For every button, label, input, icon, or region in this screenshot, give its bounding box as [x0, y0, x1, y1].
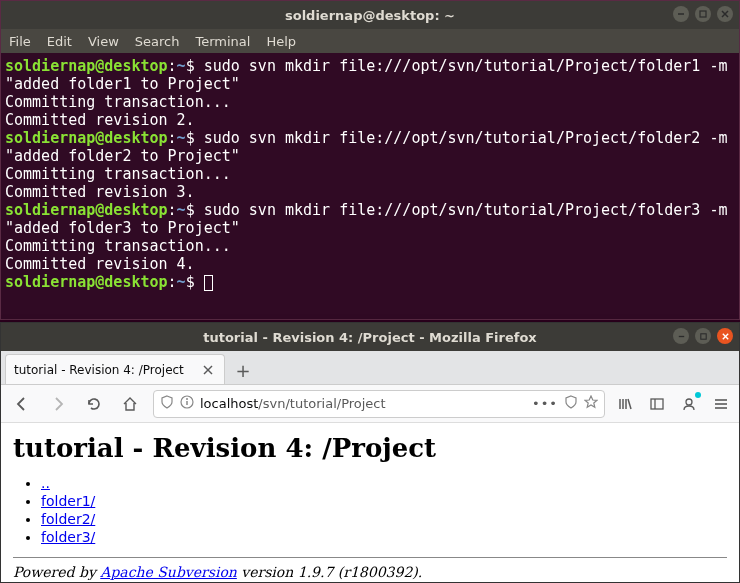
- menu-edit[interactable]: Edit: [47, 34, 72, 49]
- terminal-output-line: Committed revision 2.: [5, 111, 735, 129]
- directory-link[interactable]: folder2/: [41, 511, 95, 527]
- maximize-button[interactable]: [695, 6, 711, 22]
- navigation-toolbar: localhost/svn/tutorial/Project •••: [1, 385, 739, 423]
- firefox-window-controls: [673, 328, 733, 344]
- browser-tab[interactable]: tutorial - Revision 4: /Project: [5, 354, 225, 384]
- close-button[interactable]: [717, 328, 733, 344]
- shield-icon[interactable]: [160, 395, 174, 412]
- terminal-menubar: File Edit View Search Terminal Help: [1, 29, 739, 53]
- menu-file[interactable]: File: [9, 34, 31, 49]
- terminal-output-line: Committed revision 4.: [5, 255, 735, 273]
- terminal-command-line: soldiernap@desktop:~$ sudo svn mkdir fil…: [5, 129, 735, 165]
- cursor-icon: [204, 275, 213, 291]
- minimize-button[interactable]: [673, 328, 689, 344]
- url-bar[interactable]: localhost/svn/tutorial/Project •••: [153, 390, 605, 418]
- terminal-output-line: Committing transaction...: [5, 237, 735, 255]
- footer-link[interactable]: Apache Subversion: [100, 564, 237, 580]
- svg-rect-1: [700, 11, 706, 17]
- terminal-command-line: soldiernap@desktop:~$ sudo svn mkdir fil…: [5, 201, 735, 237]
- terminal-title: soldiernap@desktop: ~: [285, 8, 455, 23]
- terminal-window-controls: [673, 6, 733, 22]
- maximize-button[interactable]: [695, 328, 711, 344]
- sidebar-icon[interactable]: [647, 394, 667, 414]
- firefox-title: tutorial - Revision 4: /Project - Mozill…: [203, 330, 537, 345]
- directory-link[interactable]: folder3/: [41, 529, 95, 545]
- ellipsis-icon[interactable]: •••: [532, 396, 558, 411]
- library-icon[interactable]: [615, 394, 635, 414]
- tab-bar: tutorial - Revision 4: /Project +: [1, 351, 739, 385]
- new-tab-button[interactable]: +: [229, 356, 257, 384]
- directory-link[interactable]: ..: [41, 475, 50, 491]
- toolbar-right: [615, 394, 731, 414]
- url-text: localhost/svn/tutorial/Project: [200, 396, 526, 411]
- account-icon[interactable]: [679, 394, 699, 414]
- close-button[interactable]: [717, 6, 733, 22]
- terminal-body[interactable]: soldiernap@desktop:~$ sudo svn mkdir fil…: [1, 53, 739, 295]
- divider: [13, 557, 727, 558]
- forward-button[interactable]: [45, 391, 71, 417]
- svg-point-11: [186, 398, 188, 400]
- list-item: folder2/: [41, 511, 727, 527]
- page-content[interactable]: tutorial - Revision 4: /Project ..folder…: [1, 423, 739, 582]
- terminal-window: soldiernap@desktop: ~ File Edit View Sea…: [0, 0, 740, 320]
- back-button[interactable]: [9, 391, 35, 417]
- tab-label: tutorial - Revision 4: /Project: [14, 363, 194, 377]
- firefox-window: tutorial - Revision 4: /Project - Mozill…: [0, 322, 740, 583]
- list-item: folder1/: [41, 493, 727, 509]
- svg-rect-17: [651, 399, 663, 409]
- directory-link[interactable]: folder1/: [41, 493, 95, 509]
- terminal-titlebar[interactable]: soldiernap@desktop: ~: [1, 1, 739, 29]
- bookmark-star-icon[interactable]: [584, 395, 598, 412]
- page-heading: tutorial - Revision 4: /Project: [13, 433, 727, 463]
- terminal-command-line: soldiernap@desktop:~$ sudo svn mkdir fil…: [5, 57, 735, 93]
- firefox-titlebar[interactable]: tutorial - Revision 4: /Project - Mozill…: [1, 323, 739, 351]
- terminal-prompt[interactable]: soldiernap@desktop:~$: [5, 273, 735, 291]
- list-item: folder3/: [41, 529, 727, 545]
- menu-terminal[interactable]: Terminal: [195, 34, 250, 49]
- list-item: ..: [41, 475, 727, 491]
- svg-point-19: [686, 399, 692, 405]
- reload-button[interactable]: [81, 391, 107, 417]
- tab-close-icon[interactable]: [200, 362, 216, 378]
- svg-line-16: [628, 399, 631, 409]
- terminal-output-line: Committing transaction...: [5, 165, 735, 183]
- menu-help[interactable]: Help: [266, 34, 296, 49]
- menu-view[interactable]: View: [88, 34, 119, 49]
- footer-text: Powered by Apache Subversion version 1.9…: [13, 564, 422, 580]
- menu-search[interactable]: Search: [135, 34, 180, 49]
- terminal-output-line: Committing transaction...: [5, 93, 735, 111]
- minimize-button[interactable]: [673, 6, 689, 22]
- info-icon[interactable]: [180, 395, 194, 412]
- svg-rect-5: [700, 333, 705, 338]
- menu-icon[interactable]: [711, 394, 731, 414]
- directory-list: ..folder1/folder2/folder3/: [41, 475, 727, 545]
- home-button[interactable]: [117, 391, 143, 417]
- reader-icon[interactable]: [564, 395, 578, 412]
- terminal-output-line: Committed revision 3.: [5, 183, 735, 201]
